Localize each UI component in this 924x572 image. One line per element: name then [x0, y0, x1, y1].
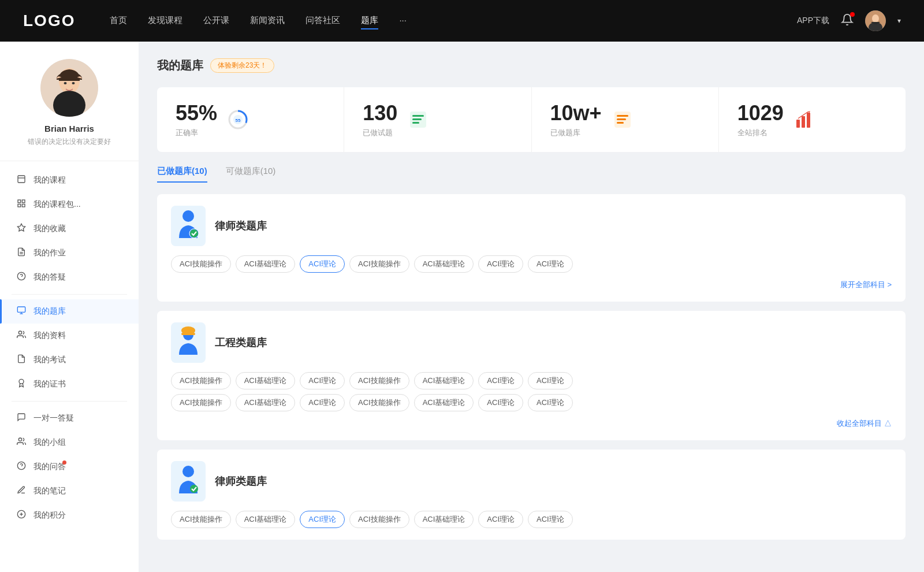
nav-qa[interactable]: 问答社区 — [305, 13, 340, 29]
user-dropdown-arrow[interactable]: ▾ — [897, 17, 901, 25]
rank-number: 1029 — [737, 101, 784, 125]
tag[interactable]: ACI理论 — [478, 255, 523, 273]
tag[interactable]: ACI技能操作 — [171, 511, 231, 528]
tag[interactable]: ACI基础理论 — [236, 372, 296, 389]
tag[interactable]: ACI基础理论 — [414, 394, 474, 411]
trial-badge: 体验剩余23天！ — [210, 58, 274, 73]
tab-available[interactable]: 可做题库(10) — [226, 166, 276, 183]
tag[interactable]: ACI技能操作 — [349, 511, 409, 528]
tag[interactable]: ACI理论 — [300, 372, 345, 389]
sidebar-item-exam[interactable]: 我的考试 — [0, 348, 139, 372]
user-name: Brian Harris — [44, 124, 94, 133]
sidebar-item-cert[interactable]: 我的证书 — [0, 372, 139, 396]
homework-icon — [16, 247, 27, 259]
svg-rect-37 — [412, 122, 419, 124]
tag[interactable]: ACI理论 — [478, 394, 523, 411]
logo: LOGO — [23, 12, 75, 30]
question-dot — [62, 460, 66, 465]
tag[interactable]: ACI基础理论 — [414, 255, 474, 273]
bank-card-header: 工程类题库 — [171, 322, 892, 363]
stat-accuracy: 55% 正确率 55 — [157, 87, 344, 152]
svg-rect-35 — [412, 115, 424, 117]
svg-rect-19 — [17, 307, 25, 312]
tag[interactable]: ACI技能操作 — [171, 394, 231, 411]
sidebar-item-courses[interactable]: 我的课程 — [0, 168, 139, 192]
sidebar-label: 我的课程 — [33, 175, 66, 185]
tag[interactable]: ACI基础理论 — [236, 255, 296, 273]
nav-news[interactable]: 新闻资讯 — [250, 13, 285, 29]
group-icon — [16, 437, 27, 448]
sidebar-label: 我的收藏 — [33, 224, 66, 234]
svg-marker-14 — [17, 224, 25, 231]
sidebar-label: 我的资料 — [33, 330, 66, 341]
tag-active[interactable]: ACI理论 — [300, 511, 345, 528]
bank-icon — [16, 306, 27, 317]
sidebar-item-1on1[interactable]: 一对一答疑 — [0, 406, 139, 430]
done-questions-number: 130 — [363, 101, 397, 125]
tag[interactable]: ACI基础理论 — [414, 511, 474, 528]
app-download[interactable]: APP下载 — [797, 16, 829, 26]
sidebar-label: 我的笔记 — [33, 486, 66, 496]
tag[interactable]: ACI理论 — [300, 394, 345, 411]
nav-menu: 首页 发现课程 公开课 新闻资讯 问答社区 题库 ··· — [110, 13, 797, 29]
profile-avatar — [40, 59, 98, 117]
tag[interactable]: ACI理论 — [478, 372, 523, 389]
nav-bank[interactable]: 题库 — [361, 13, 378, 29]
tag[interactable]: ACI基础理论 — [236, 511, 296, 528]
done-banks-number: 10w+ — [550, 101, 602, 125]
sidebar-item-questions[interactable]: 我的问答 — [0, 455, 139, 479]
svg-rect-8 — [18, 176, 25, 183]
tag[interactable]: ACI技能操作 — [349, 255, 409, 273]
svg-rect-10 — [18, 200, 21, 203]
sidebar-item-myqa[interactable]: 我的答疑 — [0, 265, 139, 289]
tag[interactable]: ACI技能操作 — [171, 372, 231, 389]
page-title: 我的题库 — [157, 58, 203, 73]
nav-discover[interactable]: 发现课程 — [148, 13, 182, 29]
sidebar-item-group[interactable]: 我的小组 — [0, 430, 139, 455]
tag[interactable]: ACI基础理论 — [414, 372, 474, 389]
tag[interactable]: ACI基础理论 — [236, 394, 296, 411]
svg-point-22 — [18, 331, 21, 334]
bank-card-header: 律师类题库 — [171, 206, 892, 246]
sidebar-item-bank[interactable]: 我的题库 — [0, 299, 139, 324]
svg-point-6 — [64, 82, 67, 84]
tag[interactable]: ACI理论 — [528, 372, 573, 389]
avatar[interactable] — [865, 10, 886, 31]
stat-rank: 1029 全站排名 — [719, 87, 906, 152]
nav-home[interactable]: 首页 — [110, 13, 127, 29]
notification-bell[interactable] — [841, 13, 854, 28]
tag[interactable]: ACI理论 — [478, 511, 523, 528]
tag-active[interactable]: ACI理论 — [300, 255, 345, 273]
data-icon — [16, 330, 27, 341]
sidebar-label: 我的答疑 — [33, 272, 66, 283]
notes-icon — [16, 485, 27, 497]
bank-card-header: 律师类题库 — [171, 461, 892, 502]
points-icon — [16, 510, 27, 521]
sidebar: Brian Harris 错误的决定比没有决定要好 我的课程 我的课程包... — [0, 42, 139, 572]
engineer-icon — [171, 322, 206, 363]
tag[interactable]: ACI技能操作 — [349, 394, 409, 411]
tag[interactable]: ACI理论 — [528, 511, 573, 528]
expand-button-1[interactable]: 展开全部科目 > — [171, 280, 892, 290]
sidebar-item-homework[interactable]: 我的作业 — [0, 241, 139, 265]
nav-more[interactable]: ··· — [399, 13, 407, 29]
tag[interactable]: ACI理论 — [528, 255, 573, 273]
tag[interactable]: ACI理论 — [528, 394, 573, 411]
sidebar-item-packages[interactable]: 我的课程包... — [0, 192, 139, 217]
sidebar-item-favorites[interactable]: 我的收藏 — [0, 217, 139, 241]
sidebar-menu: 我的课程 我的课程包... 我的收藏 我的作业 — [0, 161, 139, 534]
nav-open-course[interactable]: 公开课 — [203, 13, 229, 29]
stat-done-questions: 130 已做试题 — [344, 87, 531, 152]
sidebar-item-notes[interactable]: 我的笔记 — [0, 479, 139, 503]
collapse-button-2[interactable]: 收起全部科目 △ — [171, 418, 892, 429]
svg-rect-36 — [412, 118, 422, 120]
sidebar-item-data[interactable]: 我的资料 — [0, 324, 139, 348]
main-content: 我的题库 体验剩余23天！ 55% 正确率 55 — [139, 42, 924, 572]
tag[interactable]: ACI技能操作 — [349, 372, 409, 389]
tab-done[interactable]: 已做题库(10) — [157, 166, 207, 183]
tag[interactable]: ACI技能操作 — [171, 255, 231, 273]
sidebar-item-points[interactable]: 我的积分 — [0, 503, 139, 528]
bank-tags-3: ACI技能操作 ACI基础理论 ACI理论 ACI技能操作 ACI基础理论 AC… — [171, 511, 892, 528]
bank-title-3: 律师类题库 — [215, 474, 267, 488]
sidebar-label: 我的问答 — [33, 462, 66, 472]
